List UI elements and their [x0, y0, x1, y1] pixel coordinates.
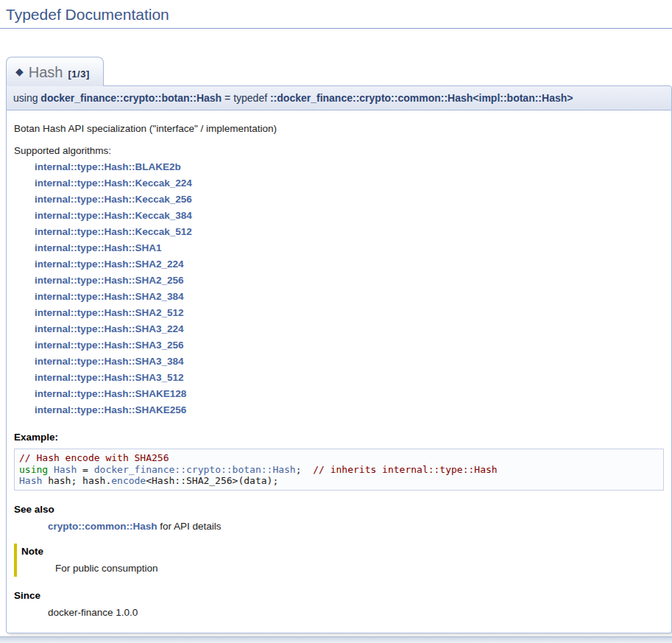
prototype-text: using	[13, 92, 40, 104]
prototype-link[interactable]: docker_finance::crypto::botan::Hash	[40, 92, 222, 104]
algorithm-link[interactable]: internal::type::Hash::SHA2_384	[35, 289, 184, 305]
permalink-diamond-icon[interactable]: ◆	[15, 66, 24, 77]
algorithm-link[interactable]: internal::type::Hash::SHA3_512	[35, 370, 184, 386]
code-token: using	[19, 464, 48, 475]
member-overload-index: [1/3]	[68, 68, 89, 80]
footer-gradient-bar	[0, 636, 672, 643]
member-title-label: Hash	[29, 64, 63, 80]
see-also-body: crypto::common::Hash for API details	[48, 521, 664, 532]
code-token: // Hash encode with SHA256	[19, 452, 169, 463]
member-title-tab: ◆Hash[1/3]	[6, 57, 104, 86]
algorithm-link[interactable]: internal::type::Hash::SHA2_512	[35, 305, 184, 321]
code-link[interactable]: docker_finance::crypto::botan::Hash	[94, 464, 296, 475]
algorithm-link[interactable]: internal::type::Hash::Keccak_256	[35, 192, 192, 208]
algorithm-link[interactable]: internal::type::Hash::SHA3_256	[35, 337, 184, 354]
note-heading: Note	[21, 546, 664, 557]
algorithm-link[interactable]: internal::type::Hash::SHA3_224	[35, 321, 184, 337]
algorithm-link[interactable]: internal::type::Hash::BLAKE2b	[35, 159, 181, 175]
since-heading: Since	[14, 590, 664, 601]
prototype-link[interactable]: ::docker_finance::crypto::common::Hash<i…	[270, 92, 573, 104]
code-token: ;	[296, 464, 313, 475]
since-text: docker-finance 1.0.0	[48, 607, 664, 618]
code-link[interactable]: Hash	[19, 475, 42, 486]
member-documentation: Botan Hash API specialization ("interfac…	[6, 110, 672, 633]
code-line: Hash hash; hash.encode<Hash::SHA2_256>(d…	[19, 475, 659, 487]
code-link[interactable]: Hash	[54, 464, 77, 475]
see-also-suffix: for API details	[158, 521, 222, 532]
intro-paragraph: Botan Hash API specialization ("interfac…	[14, 123, 664, 134]
algorithm-link[interactable]: internal::type::Hash::SHA3_384	[35, 354, 184, 370]
algorithm-link[interactable]: internal::type::Hash::Keccak_224	[35, 175, 192, 192]
algorithm-link[interactable]: internal::type::Hash::SHAKE256	[35, 402, 186, 418]
code-token: <Hash::SHA2_256>(data);	[146, 475, 278, 486]
code-fragment: // Hash encode with SHA256using Hash = d…	[14, 449, 664, 491]
algorithm-link[interactable]: internal::type::Hash::SHA2_224	[35, 256, 184, 273]
code-link[interactable]: encode	[111, 475, 146, 486]
see-also-link[interactable]: crypto::common::Hash	[48, 521, 158, 532]
page-title: Typedef Documentation	[0, 0, 672, 29]
code-token: // inherits internal::type::Hash	[313, 464, 497, 475]
code-token	[48, 464, 54, 475]
code-token: hash; hash.	[42, 475, 111, 486]
algorithm-link[interactable]: internal::type::Hash::Keccak_384	[35, 208, 192, 224]
code-token: =	[77, 464, 93, 475]
algorithms-label: Supported algorithms:	[14, 145, 664, 156]
see-also-heading: See also	[14, 504, 664, 515]
typedef-prototype: using docker_finance::crypto::botan::Has…	[6, 85, 672, 110]
note-text: For public consumption	[55, 563, 664, 574]
algorithm-link[interactable]: internal::type::Hash::SHA1	[35, 240, 162, 256]
algorithm-link-list: internal::type::Hash::BLAKE2binternal::t…	[35, 159, 664, 418]
algorithm-link[interactable]: internal::type::Hash::SHA2_256	[35, 273, 184, 289]
code-line: using Hash = docker_finance::crypto::bot…	[19, 464, 659, 476]
note-block: Note For public consumption	[14, 544, 664, 577]
member-item: using docker_finance::crypto::botan::Has…	[6, 85, 672, 633]
code-line: // Hash encode with SHA256	[19, 452, 659, 464]
algorithm-link[interactable]: internal::type::Hash::SHAKE128	[35, 386, 186, 402]
algorithm-link[interactable]: internal::type::Hash::Keccak_512	[35, 224, 192, 240]
example-heading: Example:	[14, 432, 664, 443]
prototype-text: = typedef	[222, 92, 270, 104]
